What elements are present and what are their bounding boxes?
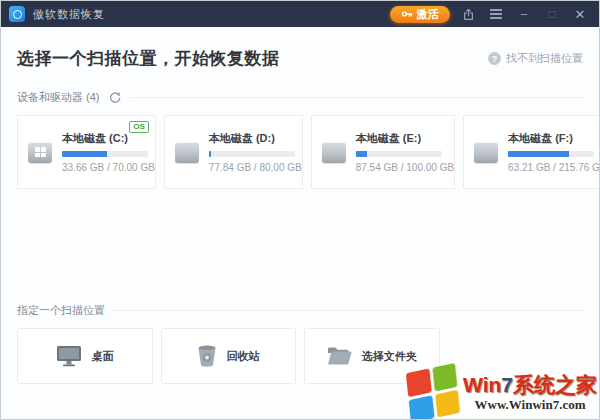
windows-logo-icon	[35, 147, 46, 157]
folder-icon	[327, 346, 352, 366]
drive-card-c[interactable]: OS 本地磁盘 (C:) 33.66 GB / 70.00 GB	[17, 115, 156, 189]
usage-bar-fill	[209, 151, 212, 157]
usage-bar-fill	[356, 151, 367, 157]
app-logo-icon	[9, 6, 25, 22]
help-link[interactable]: ? 找不到扫描位置	[488, 51, 583, 66]
close-icon[interactable]: ✕	[570, 4, 590, 24]
app-window: 傲软数据恢复 激活 – □ ✕ 选择一个扫描位置，开始恢复数据 ? 找不到扫描位…	[0, 0, 600, 420]
windows-flag-icon	[406, 363, 460, 420]
devices-section-header: 设备和驱动器 (4)	[17, 90, 583, 105]
minimize-icon[interactable]: –	[514, 4, 534, 24]
system-drive-icon	[28, 142, 52, 163]
divider	[130, 97, 584, 98]
activate-label: 激活	[417, 7, 439, 22]
drive-info: 本地磁盘 (C:) 33.66 GB / 70.00 GB	[62, 131, 155, 173]
watermark: Win7系统之家 Www.Winwin7.com	[408, 368, 597, 418]
recycle-bin-card[interactable]: 回收站	[161, 328, 297, 384]
desktop-card[interactable]: 桌面	[17, 328, 153, 384]
help-label: 找不到扫描位置	[506, 51, 583, 66]
drive-icon	[175, 142, 199, 163]
spacer	[1, 189, 599, 295]
drive-info: 本地磁盘 (E:) 87.54 GB / 100.00 GB	[356, 131, 454, 173]
question-icon: ?	[488, 52, 501, 65]
drive-name: 本地磁盘 (F:)	[508, 131, 600, 146]
drive-card-f[interactable]: 本地磁盘 (F:) 63.21 GB / 215.76 GB	[463, 115, 600, 189]
menu-icon[interactable]	[486, 4, 506, 24]
os-badge: OS	[129, 121, 149, 133]
watermark-title: Win7系统之家	[463, 374, 597, 396]
drive-name: 本地磁盘 (C:)	[62, 131, 155, 146]
usage-bar-fill	[508, 151, 569, 157]
recycle-bin-label: 回收站	[227, 349, 260, 364]
drive-grid: OS 本地磁盘 (C:) 33.66 GB / 70.00 GB 本地磁盘 (D…	[17, 115, 583, 189]
drive-card-d[interactable]: 本地磁盘 (D:) 77.84 GB / 80.00 GB	[164, 115, 303, 189]
watermark-text: Win7系统之家 Www.Winwin7.com	[463, 374, 597, 412]
watermark-url: Www.Winwin7.com	[475, 398, 586, 412]
usage-bar	[62, 151, 148, 157]
usage-bar	[508, 151, 594, 157]
page-header: 选择一个扫描位置，开始恢复数据 ? 找不到扫描位置	[1, 27, 599, 82]
key-icon	[401, 8, 413, 20]
app-title: 傲软数据恢复	[33, 7, 105, 22]
recycle-bin-icon	[197, 345, 217, 367]
usage-bar-fill	[62, 151, 107, 157]
drive-name: 本地磁盘 (E:)	[356, 131, 454, 146]
specify-section-label: 指定一个扫描位置	[17, 303, 105, 318]
drive-name: 本地磁盘 (D:)	[209, 131, 302, 146]
drive-icon	[474, 142, 498, 163]
activate-button[interactable]: 激活	[390, 6, 450, 23]
usage-bar	[356, 151, 442, 157]
drive-size: 63.21 GB / 215.76 GB	[508, 162, 600, 173]
maximize-icon[interactable]: □	[542, 4, 562, 24]
drive-icon	[322, 142, 346, 163]
titlebar: 傲软数据恢复 激活 – □ ✕	[1, 1, 599, 27]
share-icon[interactable]	[458, 4, 478, 24]
refresh-icon[interactable]	[108, 91, 122, 105]
desktop-label: 桌面	[92, 349, 114, 364]
drive-size: 33.66 GB / 70.00 GB	[62, 162, 155, 173]
page-title: 选择一个扫描位置，开始恢复数据	[17, 47, 280, 70]
devices-section-label: 设备和驱动器 (4)	[17, 90, 100, 105]
specify-section-header: 指定一个扫描位置	[17, 303, 583, 318]
drive-info: 本地磁盘 (D:) 77.84 GB / 80.00 GB	[209, 131, 302, 173]
drive-size: 77.84 GB / 80.00 GB	[209, 162, 302, 173]
drive-size: 87.54 GB / 100.00 GB	[356, 162, 454, 173]
drive-card-e[interactable]: 本地磁盘 (E:) 87.54 GB / 100.00 GB	[311, 115, 455, 189]
desktop-icon	[56, 345, 82, 367]
usage-bar	[209, 151, 295, 157]
divider	[113, 310, 583, 311]
drive-info: 本地磁盘 (F:) 63.21 GB / 215.76 GB	[508, 131, 600, 173]
